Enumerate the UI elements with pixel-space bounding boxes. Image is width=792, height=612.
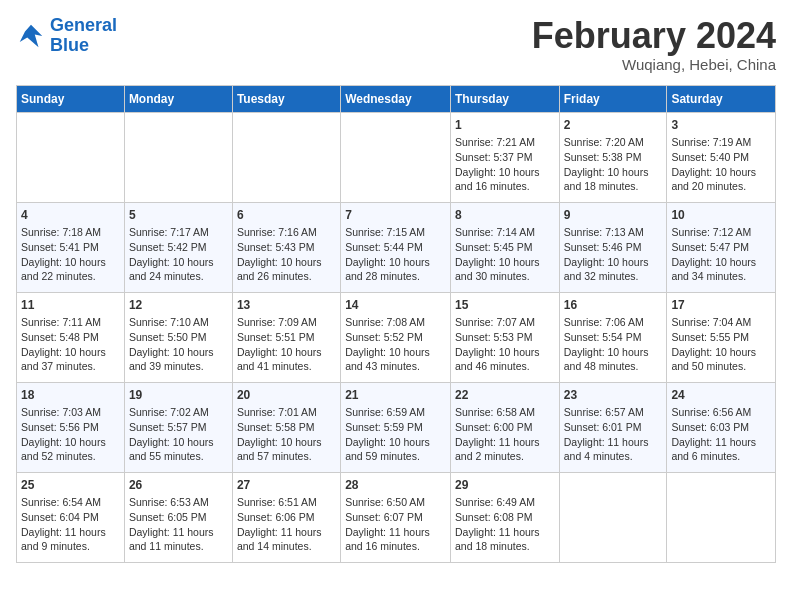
day-details: Sunrise: 7:04 AM Sunset: 5:55 PM Dayligh… [671, 315, 771, 374]
day-details: Sunrise: 7:03 AM Sunset: 5:56 PM Dayligh… [21, 405, 120, 464]
calendar-cell: 24Sunrise: 6:56 AM Sunset: 6:03 PM Dayli… [667, 382, 776, 472]
day-number: 5 [129, 207, 228, 224]
calendar-cell: 8Sunrise: 7:14 AM Sunset: 5:45 PM Daylig… [450, 202, 559, 292]
day-details: Sunrise: 6:50 AM Sunset: 6:07 PM Dayligh… [345, 495, 446, 554]
day-number: 27 [237, 477, 336, 494]
calendar-cell: 3Sunrise: 7:19 AM Sunset: 5:40 PM Daylig… [667, 112, 776, 202]
day-number: 21 [345, 387, 446, 404]
title-block: February 2024 Wuqiang, Hebei, China [532, 16, 776, 73]
logo-text: General Blue [50, 16, 117, 56]
day-details: Sunrise: 7:11 AM Sunset: 5:48 PM Dayligh… [21, 315, 120, 374]
day-number: 13 [237, 297, 336, 314]
logo: General Blue [16, 16, 117, 56]
weekday-header: Wednesday [341, 85, 451, 112]
calendar-cell: 28Sunrise: 6:50 AM Sunset: 6:07 PM Dayli… [341, 472, 451, 562]
calendar-week-row: 18Sunrise: 7:03 AM Sunset: 5:56 PM Dayli… [17, 382, 776, 472]
day-details: Sunrise: 7:08 AM Sunset: 5:52 PM Dayligh… [345, 315, 446, 374]
day-number: 2 [564, 117, 663, 134]
day-number: 28 [345, 477, 446, 494]
day-details: Sunrise: 7:02 AM Sunset: 5:57 PM Dayligh… [129, 405, 228, 464]
day-number: 15 [455, 297, 555, 314]
logo-line2: Blue [50, 35, 89, 55]
day-number: 14 [345, 297, 446, 314]
weekday-header: Sunday [17, 85, 125, 112]
calendar-cell: 25Sunrise: 6:54 AM Sunset: 6:04 PM Dayli… [17, 472, 125, 562]
calendar-cell: 26Sunrise: 6:53 AM Sunset: 6:05 PM Dayli… [124, 472, 232, 562]
day-details: Sunrise: 6:54 AM Sunset: 6:04 PM Dayligh… [21, 495, 120, 554]
day-number: 9 [564, 207, 663, 224]
day-number: 29 [455, 477, 555, 494]
day-number: 8 [455, 207, 555, 224]
location: Wuqiang, Hebei, China [532, 56, 776, 73]
calendar-cell: 12Sunrise: 7:10 AM Sunset: 5:50 PM Dayli… [124, 292, 232, 382]
page-header: General Blue February 2024 Wuqiang, Hebe… [16, 16, 776, 73]
calendar-cell: 14Sunrise: 7:08 AM Sunset: 5:52 PM Dayli… [341, 292, 451, 382]
day-details: Sunrise: 6:57 AM Sunset: 6:01 PM Dayligh… [564, 405, 663, 464]
calendar-cell [667, 472, 776, 562]
day-number: 6 [237, 207, 336, 224]
svg-marker-0 [20, 25, 43, 48]
calendar-cell: 13Sunrise: 7:09 AM Sunset: 5:51 PM Dayli… [232, 292, 340, 382]
calendar-cell [341, 112, 451, 202]
day-details: Sunrise: 7:15 AM Sunset: 5:44 PM Dayligh… [345, 225, 446, 284]
day-details: Sunrise: 7:17 AM Sunset: 5:42 PM Dayligh… [129, 225, 228, 284]
calendar-week-row: 11Sunrise: 7:11 AM Sunset: 5:48 PM Dayli… [17, 292, 776, 382]
day-number: 16 [564, 297, 663, 314]
day-details: Sunrise: 7:10 AM Sunset: 5:50 PM Dayligh… [129, 315, 228, 374]
calendar-cell: 1Sunrise: 7:21 AM Sunset: 5:37 PM Daylig… [450, 112, 559, 202]
day-number: 22 [455, 387, 555, 404]
calendar-cell: 9Sunrise: 7:13 AM Sunset: 5:46 PM Daylig… [559, 202, 667, 292]
day-number: 25 [21, 477, 120, 494]
day-number: 20 [237, 387, 336, 404]
calendar-cell [124, 112, 232, 202]
calendar-cell: 22Sunrise: 6:58 AM Sunset: 6:00 PM Dayli… [450, 382, 559, 472]
day-details: Sunrise: 7:16 AM Sunset: 5:43 PM Dayligh… [237, 225, 336, 284]
day-number: 18 [21, 387, 120, 404]
day-details: Sunrise: 7:07 AM Sunset: 5:53 PM Dayligh… [455, 315, 555, 374]
calendar-cell: 7Sunrise: 7:15 AM Sunset: 5:44 PM Daylig… [341, 202, 451, 292]
day-number: 26 [129, 477, 228, 494]
calendar-cell: 4Sunrise: 7:18 AM Sunset: 5:41 PM Daylig… [17, 202, 125, 292]
day-number: 11 [21, 297, 120, 314]
day-details: Sunrise: 7:13 AM Sunset: 5:46 PM Dayligh… [564, 225, 663, 284]
day-number: 10 [671, 207, 771, 224]
logo-bird-icon [16, 21, 46, 51]
logo-line1: General [50, 15, 117, 35]
calendar-cell: 16Sunrise: 7:06 AM Sunset: 5:54 PM Dayli… [559, 292, 667, 382]
day-number: 23 [564, 387, 663, 404]
day-number: 4 [21, 207, 120, 224]
calendar-cell: 29Sunrise: 6:49 AM Sunset: 6:08 PM Dayli… [450, 472, 559, 562]
day-number: 3 [671, 117, 771, 134]
day-details: Sunrise: 7:01 AM Sunset: 5:58 PM Dayligh… [237, 405, 336, 464]
day-details: Sunrise: 6:56 AM Sunset: 6:03 PM Dayligh… [671, 405, 771, 464]
weekday-header: Tuesday [232, 85, 340, 112]
day-details: Sunrise: 6:49 AM Sunset: 6:08 PM Dayligh… [455, 495, 555, 554]
calendar-cell: 19Sunrise: 7:02 AM Sunset: 5:57 PM Dayli… [124, 382, 232, 472]
day-details: Sunrise: 7:18 AM Sunset: 5:41 PM Dayligh… [21, 225, 120, 284]
calendar-cell: 10Sunrise: 7:12 AM Sunset: 5:47 PM Dayli… [667, 202, 776, 292]
calendar-cell: 6Sunrise: 7:16 AM Sunset: 5:43 PM Daylig… [232, 202, 340, 292]
day-number: 1 [455, 117, 555, 134]
day-number: 17 [671, 297, 771, 314]
calendar-cell: 18Sunrise: 7:03 AM Sunset: 5:56 PM Dayli… [17, 382, 125, 472]
day-number: 12 [129, 297, 228, 314]
day-details: Sunrise: 6:51 AM Sunset: 6:06 PM Dayligh… [237, 495, 336, 554]
day-details: Sunrise: 6:53 AM Sunset: 6:05 PM Dayligh… [129, 495, 228, 554]
calendar-week-row: 1Sunrise: 7:21 AM Sunset: 5:37 PM Daylig… [17, 112, 776, 202]
weekday-header-row: SundayMondayTuesdayWednesdayThursdayFrid… [17, 85, 776, 112]
calendar-cell [232, 112, 340, 202]
calendar-cell: 21Sunrise: 6:59 AM Sunset: 5:59 PM Dayli… [341, 382, 451, 472]
day-details: Sunrise: 7:09 AM Sunset: 5:51 PM Dayligh… [237, 315, 336, 374]
calendar-cell: 23Sunrise: 6:57 AM Sunset: 6:01 PM Dayli… [559, 382, 667, 472]
calendar-week-row: 4Sunrise: 7:18 AM Sunset: 5:41 PM Daylig… [17, 202, 776, 292]
day-number: 19 [129, 387, 228, 404]
day-details: Sunrise: 6:59 AM Sunset: 5:59 PM Dayligh… [345, 405, 446, 464]
calendar-cell [559, 472, 667, 562]
calendar-cell: 11Sunrise: 7:11 AM Sunset: 5:48 PM Dayli… [17, 292, 125, 382]
day-details: Sunrise: 7:12 AM Sunset: 5:47 PM Dayligh… [671, 225, 771, 284]
calendar-cell [17, 112, 125, 202]
day-details: Sunrise: 7:21 AM Sunset: 5:37 PM Dayligh… [455, 135, 555, 194]
day-number: 24 [671, 387, 771, 404]
calendar-week-row: 25Sunrise: 6:54 AM Sunset: 6:04 PM Dayli… [17, 472, 776, 562]
weekday-header: Friday [559, 85, 667, 112]
